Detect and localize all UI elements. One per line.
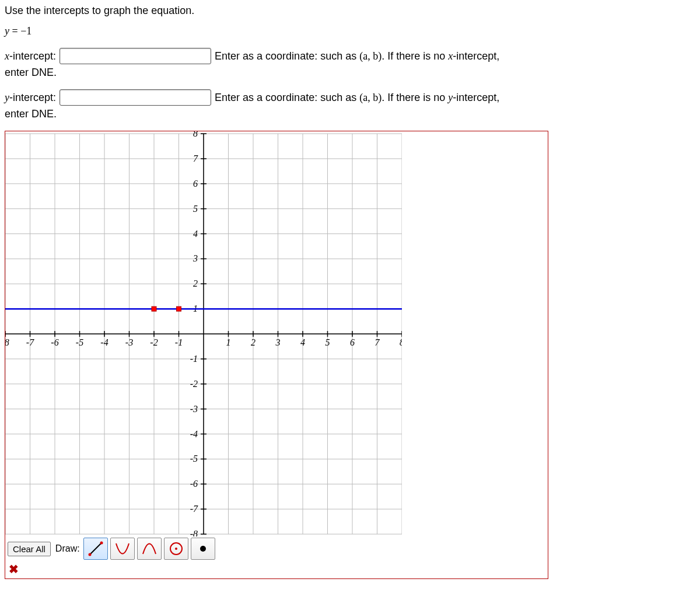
svg-text:5: 5	[193, 204, 198, 214]
svg-rect-102	[177, 306, 181, 311]
equation-lhs: y	[5, 25, 9, 37]
svg-text:7: 7	[193, 154, 198, 163]
x-intercept-row: x-intercept: Enter as a coordinate: such…	[5, 48, 695, 64]
y-intercept-row: y-intercept: Enter as a coordinate: such…	[5, 89, 695, 106]
svg-text:-7: -7	[26, 337, 34, 347]
svg-text:-4: -4	[190, 429, 198, 439]
x-intercept-hint: Enter as a coordinate: such as (a, b). I…	[215, 50, 499, 62]
svg-text:-3: -3	[125, 337, 133, 347]
hint-prefix: Enter as a coordinate: such as	[215, 92, 359, 103]
svg-text:-2: -2	[150, 337, 158, 347]
svg-text:-8: -8	[190, 529, 198, 536]
y-intercept-label-rest: -intercept:	[9, 92, 56, 103]
graph-panel: -8-7-6-5-4-3-2-112345678-8-7-6-5-4-3-2-1…	[5, 131, 548, 579]
parabola-up-icon	[114, 541, 131, 557]
hint-x-end: -intercept,	[453, 50, 499, 62]
svg-text:-6: -6	[51, 337, 58, 347]
hint-y-suffix: . If there is no	[382, 92, 448, 103]
y-intercept-label: y-intercept:	[5, 92, 56, 104]
hint-coord: (a, b)	[359, 92, 382, 103]
svg-text:-8: -8	[5, 337, 9, 347]
x-intercept-label-var: x	[5, 50, 9, 62]
svg-text:-5: -5	[190, 454, 198, 463]
tool-parabola-down-button[interactable]	[137, 538, 162, 560]
point-icon	[195, 541, 211, 557]
svg-text:6: 6	[193, 179, 198, 189]
svg-text:7: 7	[375, 337, 380, 347]
tool-point-button[interactable]	[191, 538, 215, 560]
x-intercept-dne: enter DNE.	[5, 67, 695, 79]
hint-y-end: -intercept,	[453, 92, 499, 103]
tool-line-button[interactable]	[83, 538, 108, 560]
svg-text:2: 2	[193, 278, 198, 288]
x-intercept-label: x-intercept:	[5, 50, 56, 62]
svg-text:6: 6	[350, 337, 355, 347]
svg-text:5: 5	[326, 337, 330, 347]
hint-x-suffix: . If there is no	[382, 50, 448, 62]
svg-point-104	[88, 553, 91, 556]
svg-point-107	[175, 548, 177, 550]
svg-text:-1: -1	[175, 337, 183, 347]
svg-text:-6: -6	[190, 479, 198, 489]
hint-prefix: Enter as a coordinate: such as	[215, 50, 359, 62]
equation: y = −1	[5, 25, 695, 37]
circle-icon	[168, 541, 184, 557]
y-intercept-input[interactable]	[60, 89, 211, 106]
y-intercept-hint: Enter as a coordinate: such as (a, b). I…	[215, 92, 499, 104]
clear-all-button[interactable]: Clear All	[8, 542, 51, 556]
svg-text:-4: -4	[100, 337, 108, 347]
graph-toolbar: Clear All Draw:	[5, 536, 548, 561]
tool-parabola-up-button[interactable]	[110, 538, 135, 560]
status-incorrect-mark: ✖	[5, 561, 548, 577]
svg-text:3: 3	[192, 253, 198, 263]
svg-text:4: 4	[300, 337, 305, 347]
y-intercept-label-var: y	[5, 92, 9, 103]
svg-text:2: 2	[251, 337, 256, 347]
svg-point-108	[200, 546, 206, 552]
line-icon	[88, 541, 104, 557]
draw-label: Draw:	[55, 543, 80, 554]
x-intercept-input[interactable]	[60, 48, 211, 64]
svg-point-105	[100, 542, 103, 545]
svg-text:8: 8	[400, 337, 402, 347]
equation-eq: =	[9, 25, 20, 37]
svg-text:-7: -7	[190, 504, 198, 514]
svg-text:1: 1	[226, 337, 231, 347]
svg-text:-2: -2	[190, 379, 198, 389]
svg-text:-3: -3	[190, 404, 198, 414]
svg-text:4: 4	[193, 229, 198, 239]
svg-rect-101	[152, 306, 156, 311]
equation-rhs: −1	[20, 25, 32, 37]
graph-canvas[interactable]: -8-7-6-5-4-3-2-112345678-8-7-6-5-4-3-2-1…	[5, 131, 402, 536]
y-intercept-dne: enter DNE.	[5, 108, 695, 120]
hint-coord: (a, b)	[359, 50, 382, 62]
svg-text:-1: -1	[190, 354, 198, 364]
x-intercept-label-rest: -intercept:	[9, 50, 56, 62]
svg-line-103	[90, 543, 102, 555]
svg-text:-5: -5	[76, 337, 83, 347]
svg-text:8: 8	[193, 131, 198, 138]
svg-text:3: 3	[275, 337, 281, 347]
parabola-down-icon	[141, 541, 158, 557]
problem-prompt: Use the intercepts to graph the equation…	[5, 5, 695, 17]
tool-circle-button[interactable]	[164, 538, 188, 560]
